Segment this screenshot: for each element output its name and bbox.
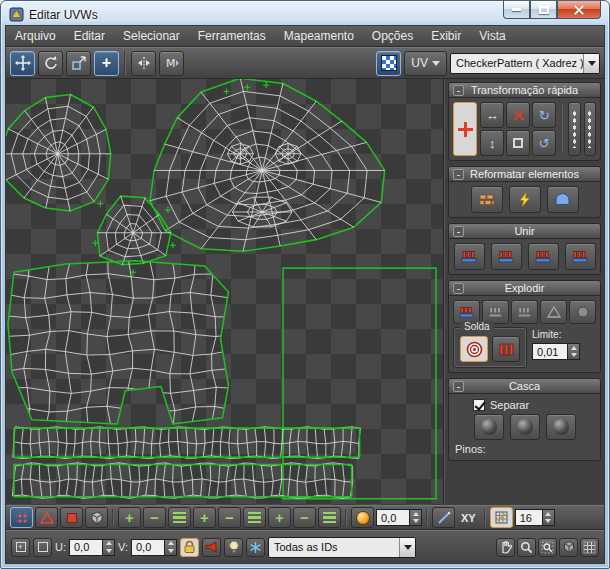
grow-uv-button[interactable]	[268, 507, 291, 528]
vertex-subobject-button[interactable]	[10, 507, 33, 528]
face-subobject-button[interactable]	[60, 507, 83, 528]
uv-editor-canvas[interactable]	[6, 79, 444, 505]
edge-subobject-button[interactable]	[35, 507, 58, 528]
space-vertical-button[interactable]	[584, 102, 596, 156]
limit-spinner-buttons[interactable]	[568, 343, 580, 360]
align-horizontal-button[interactable]	[480, 102, 504, 128]
rotate-button[interactable]	[38, 51, 63, 76]
collapse-icon[interactable]: -	[453, 169, 464, 180]
align-vertical-button[interactable]	[480, 130, 504, 156]
soft-selection-button[interactable]	[351, 507, 374, 528]
zoom-region-button[interactable]	[538, 538, 557, 557]
explode-smoothing-button[interactable]	[540, 300, 567, 324]
collapse-icon[interactable]: -	[453, 85, 464, 96]
pelt-map-button[interactable]	[546, 414, 576, 440]
stitch-custom-button[interactable]	[454, 243, 485, 270]
falloff-value-field[interactable]: 0,0	[376, 509, 410, 526]
menu-ferramentas[interactable]: Ferramentas	[189, 27, 275, 45]
falloff-space-label[interactable]: XY	[457, 512, 480, 524]
loop-select-button[interactable]	[243, 507, 266, 528]
rotate-cw-button[interactable]	[532, 102, 556, 128]
separate-checkbox[interactable]	[473, 399, 485, 411]
collapse-icon[interactable]: -	[453, 381, 464, 392]
straighten-button[interactable]	[547, 186, 579, 213]
menu-vista[interactable]: Vista	[470, 27, 514, 45]
stitch-source-button[interactable]	[528, 243, 559, 270]
menu-opcoes[interactable]: Opções	[363, 27, 422, 45]
stitch-average-button[interactable]	[491, 243, 522, 270]
hide-selected-button[interactable]	[202, 538, 221, 557]
rollout-stitch-header[interactable]: - Unir	[449, 224, 600, 239]
falloff-spinner[interactable]: 0,0	[376, 509, 422, 526]
material-id-combobox[interactable]: Todas as IDs	[268, 537, 416, 558]
edge-distance-button[interactable]	[432, 507, 455, 528]
spinner-down-button[interactable]	[410, 518, 421, 526]
space-horizontal-button[interactable]	[568, 102, 580, 156]
spinner-up-button[interactable]	[543, 510, 554, 518]
explode-by-face-button[interactable]	[511, 300, 538, 324]
move-button[interactable]	[10, 51, 35, 76]
show-map-button[interactable]	[376, 51, 401, 76]
spinner-down-button[interactable]	[543, 518, 554, 526]
rollout-reshape-header[interactable]: - Reformatar elementos	[449, 167, 600, 182]
u-value-field[interactable]: 0,0	[69, 539, 103, 556]
explode-material-button[interactable]	[569, 300, 596, 324]
target-weld-button[interactable]	[460, 336, 488, 362]
material-id-arrow[interactable]	[399, 538, 415, 557]
element-mode-button[interactable]	[85, 507, 108, 528]
spinner-up-button[interactable]	[165, 540, 176, 548]
collapse-icon[interactable]: -	[453, 226, 464, 237]
shrink-uv-button[interactable]	[293, 507, 316, 528]
weld-selected-button[interactable]	[492, 336, 520, 362]
v-value-field[interactable]: 0,0	[131, 539, 165, 556]
brush-spinner-buttons[interactable]	[543, 509, 555, 526]
relax-button[interactable]	[471, 186, 503, 213]
ring-grow-button[interactable]	[193, 507, 216, 528]
v-spinner[interactable]: 0,0	[131, 539, 177, 556]
falloff-spinner-buttons[interactable]	[410, 509, 422, 526]
box-align-button[interactable]	[506, 130, 530, 156]
lock-selection-button[interactable]	[180, 538, 199, 557]
zoom-button[interactable]	[517, 538, 536, 557]
absolute-mode-button[interactable]: +	[11, 538, 30, 557]
menu-arquivo[interactable]: Arquivo	[6, 27, 65, 45]
mirror-gizmo-button[interactable]: M	[159, 51, 184, 76]
rollout-quick-transform-header[interactable]: - Transformação rápida	[449, 83, 600, 98]
rollout-peel-header[interactable]: - Casca	[449, 379, 600, 394]
grow-selection-button[interactable]	[118, 507, 141, 528]
uv-channel-dropdown[interactable]: UV	[404, 51, 447, 76]
spinner-down-button[interactable]	[165, 547, 176, 555]
quick-relax-button[interactable]	[509, 186, 541, 213]
menu-editar[interactable]: Editar	[65, 27, 114, 45]
filter-selected-faces-button[interactable]	[224, 538, 243, 557]
pattern-combobox[interactable]: CheckerPattern ( Xadrez )	[450, 53, 600, 74]
u-spinner[interactable]: 0,0	[69, 539, 115, 556]
pan-button[interactable]	[496, 538, 515, 557]
quick-peel-button[interactable]	[474, 414, 504, 440]
brush-size-spinner[interactable]: 16	[515, 509, 555, 526]
spinner-down-button[interactable]	[568, 352, 579, 360]
shrink-selection-button[interactable]	[143, 507, 166, 528]
snap-grid-button[interactable]	[580, 538, 599, 557]
linear-align-button[interactable]	[506, 102, 530, 128]
rotate-ccw-button[interactable]	[532, 130, 556, 156]
scale-button[interactable]	[66, 51, 91, 76]
maximize-button[interactable]	[530, 1, 557, 19]
stitch-target-button[interactable]	[565, 243, 596, 270]
peel-mode-button[interactable]	[510, 414, 540, 440]
collapse-icon[interactable]: -	[453, 283, 464, 294]
ring-select-button[interactable]	[318, 507, 341, 528]
spinner-up-button[interactable]	[410, 510, 421, 518]
paint-select-button[interactable]	[490, 507, 513, 528]
limit-spinner[interactable]: 0,01	[532, 343, 580, 360]
freeform-mode-button[interactable]	[94, 51, 119, 76]
menu-exibir[interactable]: Exibir	[422, 27, 470, 45]
offset-mode-button[interactable]	[33, 538, 52, 557]
spinner-up-button[interactable]	[103, 540, 114, 548]
menu-selecionar[interactable]: Selecionar	[114, 27, 189, 45]
freeze-selected-button[interactable]	[246, 538, 265, 557]
ring-shrink-button[interactable]	[218, 507, 241, 528]
loop-grow-button[interactable]	[168, 507, 191, 528]
close-button[interactable]	[557, 1, 601, 19]
zoom-extents-button[interactable]	[559, 538, 578, 557]
